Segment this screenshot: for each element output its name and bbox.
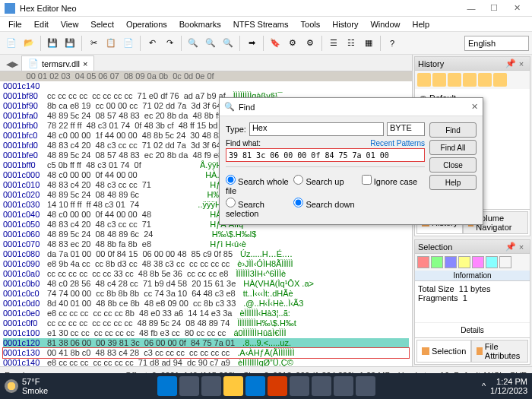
- hex-row[interactable]: 0001c080da 7a 01 00 00 0f 84 15 06 00 00…: [3, 249, 409, 259]
- tool2-icon[interactable]: ⚙: [302, 35, 318, 52]
- tray-chevron-icon[interactable]: ^: [482, 382, 486, 391]
- sel-tool-icon[interactable]: [431, 256, 443, 268]
- search-down-radio[interactable]: Search down: [293, 198, 356, 218]
- search-taskbar-icon[interactable]: [179, 376, 199, 396]
- find-icon[interactable]: 🔍: [185, 35, 201, 52]
- language-combo[interactable]: English: [464, 36, 529, 51]
- app-icon[interactable]: [290, 376, 309, 396]
- menu-file[interactable]: File: [3, 18, 27, 30]
- menu-ntfs-streams[interactable]: NTFS Streams: [228, 18, 294, 30]
- app-icon[interactable]: [268, 376, 287, 396]
- saveall-icon[interactable]: 💾: [62, 35, 78, 52]
- menu-history[interactable]: History: [327, 18, 363, 30]
- details-button[interactable]: Details: [415, 322, 530, 337]
- menu-bookmarks[interactable]: Bookmarks: [174, 18, 226, 30]
- copy-icon[interactable]: 📋: [103, 35, 119, 52]
- hex-row[interactable]: 0001c0f0cc cc cc cc cc cc cc cc 48 89 5c…: [3, 318, 409, 328]
- hex-row[interactable]: 0001c100e1 30 cc cc cc cc cc cc 48 fb e3…: [3, 328, 409, 338]
- view2-icon[interactable]: ☷: [343, 35, 359, 52]
- find-button[interactable]: Find: [429, 122, 477, 138]
- help-button[interactable]: Help: [429, 175, 477, 190]
- taskview-icon[interactable]: [201, 376, 221, 396]
- findall-button[interactable]: Find All: [429, 140, 477, 155]
- ignore-case-check[interactable]: Ignore case: [362, 175, 425, 195]
- start-icon[interactable]: [157, 376, 177, 396]
- selection-close-icon[interactable]: ×: [516, 242, 527, 252]
- hex-row[interactable]: 0001c06048 89 5c 24 08 48 89 6c 24 H‰\$.…: [3, 230, 409, 239]
- sel-tool-icon[interactable]: [486, 256, 498, 268]
- paste-icon[interactable]: 📄: [120, 35, 137, 52]
- find-what-input[interactable]: [226, 148, 425, 162]
- hex-row[interactable]: 0001c0d08d 40 01 00 48 8b ce 8b 48 e8 09…: [3, 299, 409, 309]
- hex-column-header: 00 01 02 03 04 05 06 07 08 09 0a 0b 0c 0…: [0, 71, 412, 81]
- hex-row[interactable]: 0001c12081 38 06 00 00 39 81 3c 06 00 00…: [3, 338, 409, 348]
- search-whole-radio[interactable]: Search whole file: [226, 175, 289, 195]
- windows-taskbar[interactable]: 57°FSmoke ^ 1:24 PM1/12/2023: [0, 373, 532, 399]
- hex-row[interactable]: 0001c0a0cc cc cc cc cc cc 33 cc 48 8b 5e…: [3, 269, 409, 279]
- menu-operations[interactable]: Operations: [121, 18, 173, 30]
- edge-icon[interactable]: [245, 376, 265, 396]
- tab-prev-icon[interactable]: ◀▶: [3, 58, 21, 71]
- sel-tool-icon[interactable]: [499, 256, 511, 268]
- app-icon[interactable]: [312, 376, 331, 396]
- hex-row[interactable]: 0001c140e8 cc cc cc cc cc cc cc 71 d8 ad…: [3, 358, 409, 366]
- hist-tool-icon[interactable]: [417, 73, 431, 87]
- view3-icon[interactable]: ▦: [360, 35, 377, 52]
- menu-tools[interactable]: Tools: [296, 18, 326, 30]
- recent-patterns-link[interactable]: Recent Patterns: [370, 139, 425, 147]
- bookmark-icon[interactable]: 🔖: [267, 35, 283, 52]
- hist-tool-icon[interactable]: [478, 73, 492, 87]
- byte-combo[interactable]: BYTE: [387, 122, 425, 136]
- open-icon[interactable]: 📂: [21, 35, 37, 52]
- type-combo[interactable]: Hex: [249, 122, 384, 136]
- menu-select[interactable]: Select: [85, 18, 119, 30]
- help-icon[interactable]: ?: [384, 35, 401, 52]
- hex-row[interactable]: 0001c07048 83 ec 20 48 8b fa 8b e8 Hƒì H…: [3, 239, 409, 249]
- cut-icon[interactable]: ✂: [85, 35, 102, 52]
- selection-pin-icon[interactable]: 📌: [505, 242, 516, 252]
- menu-help[interactable]: Help: [407, 18, 435, 30]
- hex-row[interactable]: 0001c0e0e8 cc cc cc cc cc cc 8b 48 e0 33…: [3, 309, 409, 318]
- app-icon[interactable]: [334, 376, 353, 396]
- search-selection-radio[interactable]: Search selection: [226, 198, 289, 218]
- selection-tab[interactable]: Selection: [416, 340, 471, 363]
- goto-icon[interactable]: ➡: [243, 35, 260, 52]
- menu-view[interactable]: View: [55, 18, 84, 30]
- minimize-button[interactable]: —: [461, 2, 482, 15]
- explorer-icon[interactable]: [223, 376, 243, 396]
- sel-tool-icon[interactable]: [472, 256, 484, 268]
- menu-edit[interactable]: Edit: [29, 18, 54, 30]
- hex-row[interactable]: 0001c13000 41 8b c0 48 83 c4 28 c3 cc cc…: [3, 348, 409, 358]
- close-button[interactable]: ✕: [506, 2, 527, 15]
- redo-icon[interactable]: ↷: [161, 35, 178, 52]
- document-tab[interactable]: 📄 termsrv.dll ×: [21, 55, 94, 71]
- maximize-button[interactable]: ☐: [483, 2, 505, 15]
- sel-tool-icon[interactable]: [417, 256, 429, 268]
- hist-tool-icon[interactable]: [448, 73, 461, 87]
- hex-row[interactable]: 0001c0b048 c0 28 56 48 c4 28 cc 71 b9 d4…: [3, 279, 409, 289]
- dialog-close-icon[interactable]: ✕: [471, 102, 478, 112]
- tool1-icon[interactable]: ⚙: [284, 35, 301, 52]
- new-icon[interactable]: 📄: [3, 35, 20, 52]
- tab-close-icon[interactable]: ×: [83, 59, 87, 68]
- hex-row[interactable]: 0001c0c074 74 00 00 cc 8b 8b 8b cc 74 3a…: [3, 289, 409, 299]
- replace-icon[interactable]: 🔍: [202, 35, 219, 52]
- hist-tool-icon[interactable]: [463, 73, 477, 87]
- hist-tool-icon[interactable]: [493, 73, 507, 87]
- history-pin-icon[interactable]: 📌: [505, 59, 516, 68]
- hex-row[interactable]: 0001c090e8 9b 4a cc cc 8b d3 cc 48 38 c3…: [3, 259, 409, 269]
- hex-row[interactable]: 0001c140: [3, 81, 409, 91]
- findall-icon[interactable]: 🔍: [220, 35, 236, 52]
- search-up-radio[interactable]: Search up: [293, 175, 356, 195]
- hist-tool-icon[interactable]: [432, 73, 446, 87]
- close-button[interactable]: Close: [429, 157, 477, 173]
- history-close-icon[interactable]: ×: [516, 59, 527, 68]
- save-icon[interactable]: 💾: [44, 35, 61, 52]
- undo-icon[interactable]: ↶: [144, 35, 160, 52]
- sel-tool-icon[interactable]: [458, 256, 470, 268]
- menu-window[interactable]: Window: [365, 18, 405, 30]
- file-attributes-tab[interactable]: File Attributes: [471, 340, 528, 363]
- view1-icon[interactable]: ☰: [325, 35, 342, 52]
- sel-tool-icon[interactable]: [445, 256, 457, 268]
- app-icon[interactable]: [356, 376, 375, 396]
